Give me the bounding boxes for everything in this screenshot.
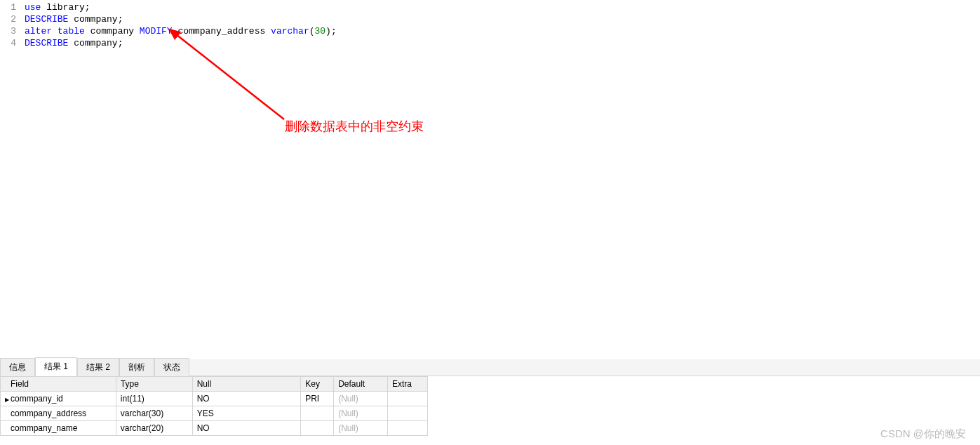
- cell-key[interactable]: [301, 421, 334, 436]
- line-content[interactable]: DESCRIBE commpany;: [25, 37, 980, 49]
- line-number: 3: [0, 25, 25, 37]
- cell-extra[interactable]: [388, 421, 428, 436]
- row-marker-icon: ▶: [5, 397, 11, 403]
- tab-结果 1[interactable]: 结果 1: [35, 357, 77, 376]
- column-header-field[interactable]: Field: [1, 377, 116, 392]
- cell-null[interactable]: NO: [192, 392, 301, 406]
- cell-field[interactable]: commpany_name: [1, 421, 116, 436]
- annotation-text: 删除数据表中的非空约束: [285, 118, 424, 135]
- code-line[interactable]: 3alter table commpany MODIFY commpany_ad…: [0, 25, 980, 37]
- cell-default[interactable]: (Null): [334, 406, 388, 421]
- line-number: 4: [0, 37, 25, 49]
- line-content[interactable]: DESCRIBE commpany;: [25, 13, 980, 25]
- line-content[interactable]: use library;: [25, 1, 980, 13]
- cell-extra[interactable]: [388, 392, 428, 406]
- tab-信息[interactable]: 信息: [0, 358, 35, 376]
- cell-extra[interactable]: [388, 406, 428, 421]
- tab-剖析[interactable]: 剖析: [119, 358, 154, 376]
- result-table[interactable]: FieldTypeNullKeyDefaultExtra ▶commpany_i…: [0, 376, 428, 436]
- cell-null[interactable]: NO: [192, 421, 301, 436]
- column-header-type[interactable]: Type: [116, 377, 192, 392]
- code-line[interactable]: 4DESCRIBE commpany;: [0, 37, 980, 49]
- table-row[interactable]: commpany_addressvarchar(30)YES(Null): [1, 406, 428, 421]
- column-header-null[interactable]: Null: [192, 377, 301, 392]
- cell-field[interactable]: commpany_address: [1, 406, 116, 421]
- sql-editor[interactable]: 1use library;2DESCRIBE commpany;3alter t…: [0, 0, 980, 359]
- column-header-key[interactable]: Key: [301, 377, 334, 392]
- line-number: 2: [0, 13, 25, 25]
- cell-key[interactable]: PRI: [301, 392, 334, 406]
- cell-null[interactable]: YES: [192, 406, 301, 421]
- result-tabs: 信息结果 1结果 2剖析状态: [0, 359, 980, 376]
- table-row[interactable]: ▶commpany_idint(11)NOPRI(Null): [1, 392, 428, 406]
- cell-key[interactable]: [301, 406, 334, 421]
- table-row[interactable]: commpany_namevarchar(20)NO(Null): [1, 421, 428, 436]
- cell-type[interactable]: varchar(30): [116, 406, 192, 421]
- code-line[interactable]: 1use library;: [0, 1, 980, 13]
- cell-type[interactable]: varchar(20): [116, 421, 192, 436]
- code-line[interactable]: 2DESCRIBE commpany;: [0, 13, 980, 25]
- tab-结果 2[interactable]: 结果 2: [77, 358, 119, 376]
- cell-field[interactable]: ▶commpany_id: [1, 392, 116, 406]
- column-header-extra[interactable]: Extra: [388, 377, 428, 392]
- tab-状态[interactable]: 状态: [154, 358, 189, 376]
- watermark: CSDN @你的晚安: [880, 427, 966, 441]
- line-content[interactable]: alter table commpany MODIFY commpany_add…: [25, 25, 980, 37]
- column-header-default[interactable]: Default: [334, 377, 388, 392]
- cell-default[interactable]: (Null): [334, 392, 388, 406]
- cell-default[interactable]: (Null): [334, 421, 388, 436]
- line-number: 1: [0, 1, 25, 13]
- cell-type[interactable]: int(11): [116, 392, 192, 406]
